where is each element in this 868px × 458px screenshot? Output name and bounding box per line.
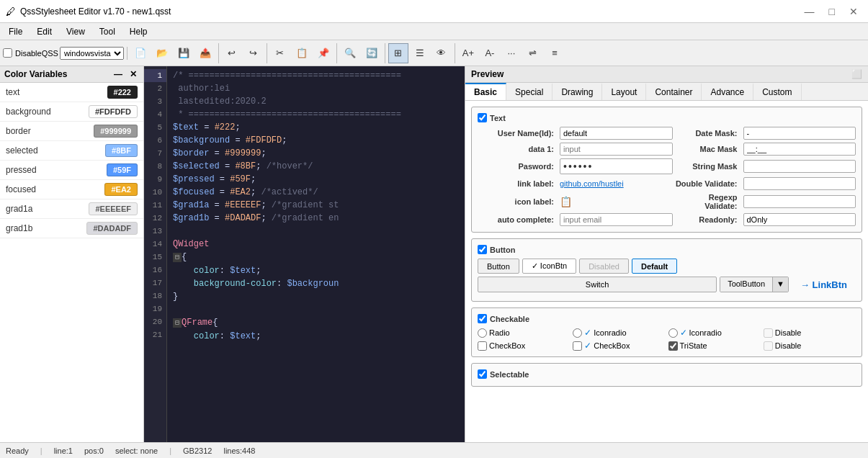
button-section: Button Button ✓ IconBtn Disabled Default… <box>471 238 862 302</box>
tab-advance[interactable]: Advance <box>702 83 753 100</box>
linklabel-label: link label: <box>478 179 557 188</box>
text-section-label: Text <box>490 114 506 122</box>
data1-input[interactable] <box>560 143 673 156</box>
color-panel-minimize[interactable]: — <box>112 69 125 79</box>
btn-iconbtn[interactable]: ✓ IconBtn <box>522 259 576 274</box>
tab-special[interactable]: Special <box>506 83 552 100</box>
text-section-checkbox[interactable] <box>478 113 487 122</box>
regexpvalidate-label: Regexp Validate: <box>676 193 741 210</box>
selectable-section-checkbox[interactable] <box>478 369 487 379</box>
indent-button[interactable]: ≡ <box>545 43 565 63</box>
cut-button[interactable]: ✂ <box>270 43 290 63</box>
more-button[interactable]: ··· <box>501 43 522 63</box>
color-row-text: text #222 <box>0 83 143 102</box>
code-line-11: $grad1a = #EEEEEF; /*gradient st <box>173 199 459 212</box>
menu-view[interactable]: View <box>61 25 91 38</box>
checkbox-disable2-input[interactable] <box>764 341 773 351</box>
doublevalidate-input[interactable] <box>743 177 856 190</box>
color-name-border: border <box>6 126 31 136</box>
open-button[interactable]: 📂 <box>152 43 172 63</box>
tab-container[interactable]: Container <box>646 83 702 100</box>
code-line-20: ⊟QFrame{ <box>173 316 459 330</box>
undo-button[interactable]: ↩ <box>222 43 242 63</box>
preview-minimize-icon[interactable]: ⬜ <box>851 69 862 79</box>
font-bigger-button[interactable]: A+ <box>458 43 478 63</box>
btn-switch[interactable]: Switch <box>478 277 717 292</box>
color-chip-focused[interactable]: #EA2 <box>104 183 138 196</box>
line-num-5: 5 <box>144 121 166 134</box>
maximize-button[interactable]: □ <box>825 4 839 19</box>
radio-iconradio2-label: Iconradio <box>689 328 722 337</box>
data1-label: data 1: <box>478 145 557 153</box>
wrap-button[interactable]: ⇌ <box>523 43 543 63</box>
tab-basic[interactable]: Basic <box>465 83 506 100</box>
paste-button[interactable]: 📌 <box>313 43 334 63</box>
btn-button[interactable]: Button <box>478 259 519 274</box>
autocomplete-input[interactable] <box>560 213 673 226</box>
color-row-focused: focused #EA2 <box>0 180 143 199</box>
find-button[interactable]: 🔍 <box>340 43 360 63</box>
btn-toolbutton[interactable]: ToolButton <box>720 277 772 292</box>
tab-custom[interactable]: Custom <box>753 83 801 100</box>
replace-button[interactable]: 🔄 <box>362 43 382 63</box>
color-chip-selected[interactable]: #8BF <box>105 144 138 157</box>
stringmask-input[interactable] <box>743 160 856 173</box>
font-smaller-button[interactable]: A- <box>480 43 500 63</box>
radio-iconradio2-input[interactable] <box>668 328 678 338</box>
line-num-14: 14 <box>144 238 166 251</box>
color-chip-grad1a[interactable]: #EEEEEF <box>89 202 138 215</box>
checkbox-icon-input[interactable] <box>573 341 582 351</box>
editor-area[interactable]: 1 2 3 4 5 6 7 8 9 10 11 12 13 14 15 16 1… <box>144 66 465 442</box>
iconlabel-label: icon label: <box>478 197 557 206</box>
redo-button[interactable]: ↪ <box>243 43 264 63</box>
preview-button[interactable]: 👁 <box>431 43 452 63</box>
color-chip-pressed[interactable]: #59F <box>107 163 138 176</box>
export-button[interactable]: 📤 <box>195 43 215 63</box>
password-input[interactable] <box>560 158 673 174</box>
check-icon-1: ✓ <box>584 328 591 338</box>
color-panel-close[interactable]: ✕ <box>127 69 139 79</box>
btn-linkbtn[interactable]: → LinkBtn <box>792 277 856 292</box>
link-value[interactable]: github.com/hustlei <box>560 179 673 188</box>
username-input[interactable] <box>560 127 673 140</box>
menu-tool[interactable]: Tool <box>94 25 121 38</box>
color-chip-background[interactable]: #FDFDFD <box>89 105 138 118</box>
list-view-button[interactable]: ☰ <box>410 43 430 63</box>
radio-radio-input[interactable] <box>478 328 487 338</box>
copy-button[interactable]: 📋 <box>292 43 312 63</box>
save-button[interactable]: 💾 <box>174 43 194 63</box>
readonly-input[interactable] <box>743 213 856 226</box>
btn-disabled[interactable]: Disabled <box>579 259 629 274</box>
checkbox-input[interactable] <box>478 341 487 351</box>
status-line: line:1 <box>54 446 73 455</box>
radio-iconradio1-input[interactable] <box>573 328 582 338</box>
toolbtn-arrow[interactable]: ▼ <box>772 277 788 292</box>
minimize-button[interactable]: — <box>800 4 819 19</box>
close-button[interactable]: ✕ <box>845 4 862 19</box>
grid-view-button[interactable]: ⊞ <box>388 43 408 63</box>
icon-label-value: 📋 <box>560 196 673 207</box>
datemask-input[interactable] <box>743 127 856 140</box>
regexpvalidate-input[interactable] <box>743 195 856 208</box>
menu-edit[interactable]: Edit <box>31 25 58 38</box>
checkbox-tristate-input[interactable] <box>668 341 678 351</box>
menu-file[interactable]: File <box>3 25 28 38</box>
status-select: select: none <box>115 446 158 455</box>
checkable-section-checkbox[interactable] <box>478 314 487 323</box>
check-icon-3: ✓ <box>584 341 591 351</box>
color-name-selected: selected <box>6 145 38 156</box>
style-select[interactable]: windowsvista windows fusion <box>60 47 124 60</box>
tab-layout[interactable]: Layout <box>602 83 646 100</box>
code-content[interactable]: /* =====================================… <box>167 66 465 442</box>
color-chip-text[interactable]: #222 <box>107 86 138 99</box>
color-chip-border[interactable]: #999999 <box>94 125 138 138</box>
check-disable1-input[interactable] <box>764 328 773 338</box>
disable-qss-checkbox[interactable] <box>3 48 12 58</box>
new-button[interactable]: 📄 <box>130 43 151 63</box>
color-chip-grad1b[interactable]: #DADADF <box>86 222 138 235</box>
button-section-checkbox[interactable] <box>478 245 487 254</box>
tab-drawing[interactable]: Drawing <box>552 83 602 100</box>
macmask-input[interactable] <box>743 143 856 156</box>
menu-help[interactable]: Help <box>124 25 153 38</box>
btn-default[interactable]: Default <box>632 259 677 274</box>
